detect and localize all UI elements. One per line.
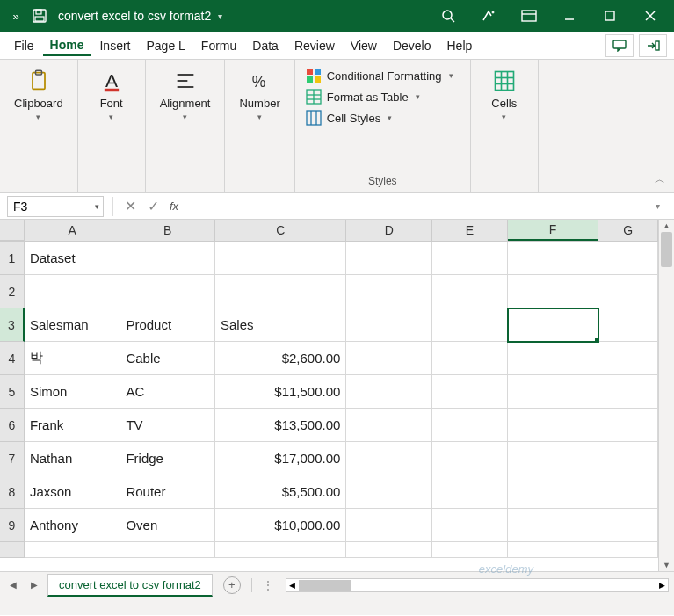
- cell[interactable]: [346, 542, 432, 558]
- cell[interactable]: Frank: [25, 409, 121, 442]
- column-header[interactable]: A: [25, 220, 121, 241]
- sheet-nav-next-icon[interactable]: ▶: [26, 577, 42, 593]
- conditional-formatting-button[interactable]: Conditional Formatting ▾: [302, 65, 457, 86]
- cell[interactable]: [508, 308, 599, 342]
- column-header[interactable]: E: [432, 220, 508, 241]
- search-button[interactable]: [428, 0, 468, 32]
- autosave-toggle[interactable]: »: [4, 10, 28, 23]
- tab-page-l[interactable]: Page L: [139, 35, 192, 56]
- cell[interactable]: $11,500.00: [215, 375, 346, 409]
- alignment-button[interactable]: Alignment ▾: [153, 65, 218, 125]
- cell[interactable]: [346, 375, 432, 409]
- cell[interactable]: [432, 342, 508, 375]
- tab-develo[interactable]: Develo: [386, 35, 438, 56]
- cells-button[interactable]: Cells ▾: [478, 65, 531, 125]
- document-title[interactable]: convert excel to csv format2: [51, 9, 218, 23]
- column-header[interactable]: D: [346, 220, 432, 241]
- select-all-corner[interactable]: [0, 220, 25, 241]
- cell[interactable]: [598, 308, 658, 342]
- clipboard-button[interactable]: Clipboard ▾: [7, 65, 70, 125]
- row-header[interactable]: 9: [0, 509, 25, 542]
- cell[interactable]: TV: [120, 409, 215, 442]
- cell[interactable]: [598, 375, 658, 409]
- cell[interactable]: 박: [25, 342, 121, 375]
- row-header[interactable]: 3: [0, 308, 25, 342]
- comments-button[interactable]: [605, 34, 634, 57]
- cell[interactable]: $13,500.00: [215, 409, 346, 442]
- scroll-thumb[interactable]: [661, 232, 672, 267]
- cancel-formula-button[interactable]: ✕: [119, 195, 141, 218]
- cell-styles-button[interactable]: Cell Styles ▾: [302, 107, 457, 128]
- cell[interactable]: Simon: [25, 375, 121, 409]
- cell[interactable]: Sales: [215, 308, 346, 342]
- cell[interactable]: [346, 475, 432, 509]
- vertical-scrollbar[interactable]: ▲ ▼: [658, 220, 674, 571]
- hscroll-thumb[interactable]: [299, 580, 351, 591]
- cell[interactable]: [215, 275, 346, 308]
- tab-review[interactable]: Review: [287, 35, 342, 56]
- cell[interactable]: [346, 409, 432, 442]
- accept-formula-button[interactable]: ✓: [141, 195, 164, 218]
- cell[interactable]: [346, 308, 432, 342]
- cell[interactable]: [598, 409, 658, 442]
- cell[interactable]: Salesman: [25, 308, 121, 342]
- font-button[interactable]: A Font ▾: [85, 65, 138, 125]
- cell[interactable]: [215, 242, 346, 275]
- horizontal-scrollbar[interactable]: ◀ ▶: [286, 578, 669, 592]
- row-header[interactable]: 5: [0, 375, 25, 409]
- cell[interactable]: [215, 542, 346, 558]
- column-header[interactable]: G: [598, 220, 658, 241]
- cell[interactable]: [25, 275, 121, 308]
- save-icon[interactable]: [28, 4, 51, 27]
- cell[interactable]: [508, 509, 599, 542]
- cell[interactable]: [508, 375, 599, 409]
- cell[interactable]: [598, 275, 658, 308]
- cell[interactable]: [432, 375, 508, 409]
- row-header[interactable]: [0, 542, 25, 558]
- cell[interactable]: AC: [120, 375, 215, 409]
- scroll-left-icon[interactable]: ◀: [286, 579, 299, 591]
- cell[interactable]: Nathan: [25, 442, 121, 475]
- cell[interactable]: [432, 242, 508, 275]
- cell[interactable]: [508, 275, 599, 308]
- cell[interactable]: Jaxson: [25, 475, 121, 509]
- cell[interactable]: Fridge: [120, 442, 215, 475]
- cell[interactable]: [508, 409, 599, 442]
- cell[interactable]: Product: [120, 308, 215, 342]
- cell[interactable]: [346, 242, 432, 275]
- cell[interactable]: Dataset: [25, 242, 121, 275]
- row-header[interactable]: 2: [0, 275, 25, 308]
- cell[interactable]: [508, 475, 599, 509]
- cell[interactable]: $17,000.00: [215, 442, 346, 475]
- row-header[interactable]: 8: [0, 475, 25, 509]
- cell[interactable]: [120, 242, 215, 275]
- ribbon-display-button[interactable]: [509, 0, 549, 32]
- row-header[interactable]: 1: [0, 242, 25, 275]
- collapse-ribbon-icon[interactable]: ︿: [655, 172, 665, 187]
- name-box[interactable]: F3 ▾: [7, 196, 104, 217]
- tab-help[interactable]: Help: [439, 35, 479, 56]
- grid[interactable]: ABCDEFG 1Dataset23SalesmanProductSales4박…: [0, 220, 658, 571]
- sheet-tab[interactable]: convert excel to csv format2: [47, 574, 213, 597]
- row-header[interactable]: 6: [0, 409, 25, 442]
- cell[interactable]: [432, 542, 508, 558]
- cell[interactable]: [346, 275, 432, 308]
- sheet-nav-prev-icon[interactable]: ◀: [5, 577, 21, 593]
- new-sheet-button[interactable]: +: [223, 576, 241, 594]
- column-header[interactable]: C: [215, 220, 346, 241]
- cell[interactable]: [120, 275, 215, 308]
- tab-formu[interactable]: Formu: [194, 35, 243, 56]
- tab-insert[interactable]: Insert: [92, 35, 137, 56]
- expand-formula-bar-icon[interactable]: ▾: [648, 201, 667, 211]
- cell[interactable]: [432, 275, 508, 308]
- cell[interactable]: [432, 509, 508, 542]
- cell[interactable]: [25, 542, 121, 558]
- cell[interactable]: $10,000.00: [215, 509, 346, 542]
- cell[interactable]: [598, 342, 658, 375]
- cell[interactable]: [508, 242, 599, 275]
- cell[interactable]: [432, 409, 508, 442]
- formula-input[interactable]: [184, 196, 648, 217]
- tab-file[interactable]: File: [7, 35, 41, 56]
- format-as-table-button[interactable]: Format as Table ▾: [302, 86, 457, 107]
- cell[interactable]: Anthony: [25, 509, 121, 542]
